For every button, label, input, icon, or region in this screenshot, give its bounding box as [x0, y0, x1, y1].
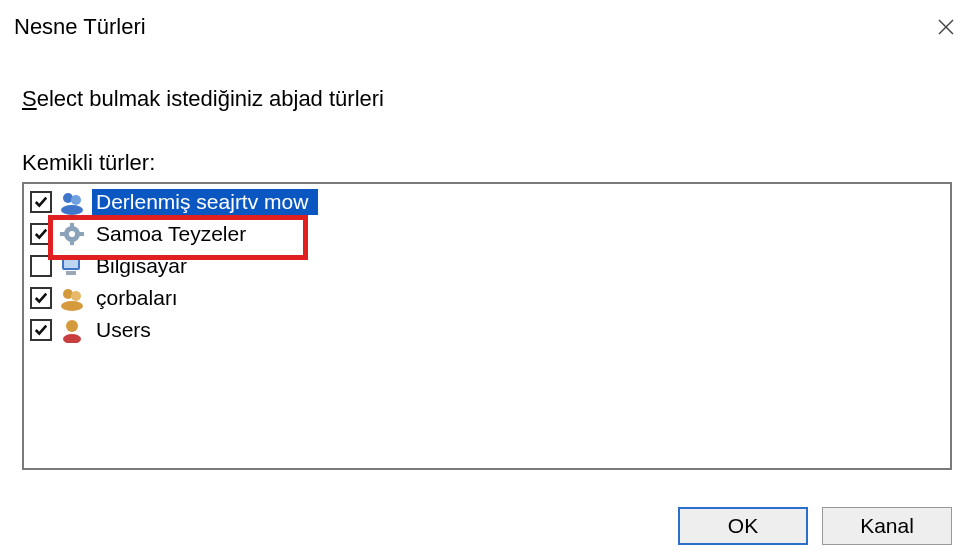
svg-point-4: [61, 205, 83, 215]
svg-rect-12: [64, 259, 78, 268]
svg-point-3: [71, 195, 81, 205]
svg-rect-13: [66, 271, 76, 275]
checkmark-icon: [34, 323, 48, 337]
list-item[interactable]: Users: [24, 314, 950, 346]
list-item-label: Derlenmiş seajrtv mow: [92, 189, 318, 215]
svg-rect-8: [70, 240, 74, 245]
list-label: Kemikli türler:: [22, 150, 952, 176]
checkbox[interactable]: [30, 191, 52, 213]
checkmark-icon: [34, 291, 48, 305]
computer-icon: [58, 253, 86, 279]
ok-button[interactable]: OK: [678, 507, 808, 545]
list-item[interactable]: çorbaları: [24, 282, 950, 314]
checkmark-icon: [34, 195, 48, 209]
cancel-button[interactable]: Kanal: [822, 507, 952, 545]
svg-point-6: [69, 231, 75, 237]
group-icon: [58, 285, 86, 311]
close-button[interactable]: [930, 11, 962, 43]
user-icon: [58, 317, 86, 343]
list-item[interactable]: Samoa Teyzeler: [24, 218, 950, 250]
svg-rect-9: [60, 232, 65, 236]
checkbox[interactable]: [30, 287, 52, 309]
svg-point-16: [61, 301, 83, 311]
gear-icon: [58, 221, 86, 247]
svg-rect-10: [79, 232, 84, 236]
prompt-rest: elect bulmak istediğiniz abjad türleri: [37, 86, 384, 111]
svg-point-18: [63, 334, 81, 343]
list-item[interactable]: Derlenmiş seajrtv mow: [24, 186, 950, 218]
prompt-text: Select bulmak istediğiniz abjad türleri: [22, 86, 952, 112]
list-item-label: Samoa Teyzeler: [92, 221, 250, 247]
group-icon: [58, 189, 86, 215]
checkmark-icon: [34, 227, 48, 241]
svg-point-15: [71, 291, 81, 301]
checkbox[interactable]: [30, 223, 52, 245]
svg-rect-7: [70, 223, 74, 228]
checkbox[interactable]: [30, 319, 52, 341]
list-item[interactable]: Bilgisayar: [24, 250, 950, 282]
list-item-label: Users: [92, 317, 155, 343]
checkbox[interactable]: [30, 255, 52, 277]
button-bar: OK Kanal: [0, 489, 974, 559]
list-item-label: çorbaları: [92, 285, 182, 311]
prompt-accelerator: S: [22, 86, 37, 111]
list-item-label: Bilgisayar: [92, 253, 191, 279]
svg-point-17: [66, 320, 78, 332]
content-area: Select bulmak istediğiniz abjad türleri …: [0, 50, 974, 489]
titlebar: Nesne Türleri: [0, 0, 974, 50]
close-icon: [937, 18, 955, 36]
dialog-title: Nesne Türleri: [14, 14, 146, 40]
dialog-window: Nesne Türleri Select bulmak istediğiniz …: [0, 0, 974, 559]
object-types-list[interactable]: Derlenmiş seajrtv mow Samoa Teyzeler Bil…: [22, 182, 952, 470]
